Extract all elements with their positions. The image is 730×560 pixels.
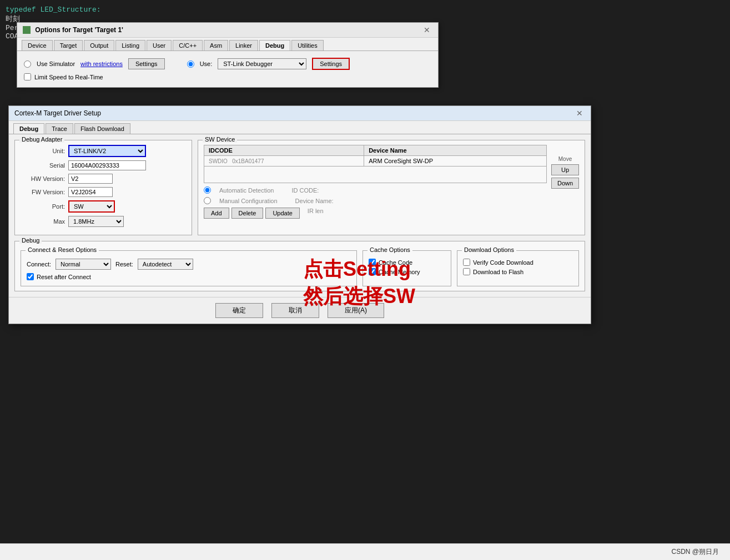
add-button[interactable]: Add [204,208,229,219]
fw-version-input[interactable] [68,187,113,197]
download-to-flash-checkbox[interactable] [463,268,470,275]
max-row: Max 1.8MHz 3.6MHz 7.2MHz [21,216,186,227]
debug-group-label: Debug [19,237,42,244]
tab-asm[interactable]: Asm [204,40,228,51]
tab-utilities[interactable]: Utilities [291,40,323,51]
col-header-device-name: Device Name [364,145,547,156]
settings-button-1[interactable]: Settings [128,58,165,69]
cache-memory-label: Cache Memory [379,269,420,275]
download-to-flash-row: Download to Flash [463,268,573,275]
cancel-button[interactable]: 取消 [271,303,319,318]
use-label: Use: [200,60,213,67]
reset-select[interactable]: Autodetect Software Hardware [138,259,193,270]
tab-linker[interactable]: Linker [229,40,258,51]
sw-table-container: IDCODE Device Name SWDIO 0x1BA01477 ARM … [204,145,547,219]
tab-cpp[interactable]: C/C++ [173,40,203,51]
options-close-button[interactable]: ✕ [421,26,432,34]
cache-options-box: Cache Options Cache Code Cache Memory [363,250,451,286]
tab-target[interactable]: Target [54,40,83,51]
cache-options-label: Cache Options [367,246,412,253]
top-section: Debug Adapter Unit: ST-LINK/V2 Serial HW [14,140,585,235]
fw-version-label: FW Version: [21,189,65,195]
sw-device-label: SW Device [203,136,237,143]
delete-button[interactable]: Delete [231,208,264,219]
use-select[interactable]: ST-Link Debugger [218,58,306,69]
sw-device-table: IDCODE Device Name SWDIO 0x1BA01477 ARM … [204,145,547,183]
cortex-title-bar: Cortex-M Target Driver Setup ✕ [9,106,591,121]
down-button[interactable]: Down [551,178,579,189]
verify-code-checkbox[interactable] [463,259,470,266]
update-button[interactable]: Update [265,208,299,219]
move-label: Move [558,156,572,162]
reset-after-connect-checkbox[interactable] [27,273,34,280]
limit-speed-label: Limit Speed to Real-Time [34,74,103,80]
unit-input-wrapper: ST-LINK/V2 [68,145,146,157]
connect-select[interactable]: Normal Under Reset Pre-reset [56,259,111,270]
port-select-wrapper: SW JTAG [68,200,115,213]
limit-speed-checkbox[interactable] [24,73,31,80]
cache-code-label: Cache Code [379,259,412,266]
col-header-idcode: IDCODE [204,145,364,156]
tab-debug[interactable]: Debug [259,40,290,51]
simulator-label: Use Simulator [37,60,75,67]
bottom-bar: CSDN @朔日月 [0,543,730,560]
verify-code-row: Verify Code Download [463,259,573,266]
radio-auto-detection[interactable] [204,186,211,194]
cortex-tabs: Debug Trace Flash Download [9,121,591,134]
detection-row: Automatic Detection ID CODE: [204,186,547,194]
settings-button-2[interactable]: Settings [312,58,350,70]
cortex-dialog: Cortex-M Target Driver Setup ✕ Debug Tra… [8,105,591,324]
cache-code-checkbox[interactable] [369,259,376,266]
max-select[interactable]: 1.8MHz 3.6MHz 7.2MHz [68,216,124,227]
table-row-empty [204,167,547,183]
options-tabs: Device Target Output Listing User C/C++ … [17,38,438,51]
radio-use[interactable] [187,60,194,68]
download-to-flash-label: Download to Flash [473,269,523,275]
connect-reset-box: Connect & Reset Options Connect: Normal … [21,250,357,286]
reset-after-connect-label: Reset after Connect [37,274,91,280]
tab-device[interactable]: Device [22,40,53,51]
manual-config-row: Manual Configuration Device Name: [204,197,547,204]
confirm-button[interactable]: 确定 [215,303,263,318]
cortex-close-button[interactable]: ✕ [574,109,585,118]
tab-cortex-flash[interactable]: Flash Download [74,123,130,134]
port-select[interactable]: SW JTAG [69,201,114,211]
tab-user[interactable]: User [147,40,172,51]
tab-listing[interactable]: Listing [115,40,145,51]
port-row: Port: SW JTAG [21,200,186,213]
up-button[interactable]: Up [551,164,579,175]
options-dialog: Options for Target 'Target 1' ✕ Device T… [17,22,439,88]
reset-label: Reset: [115,261,133,268]
keil-icon [23,26,31,34]
serial-input[interactable] [68,160,146,170]
debug-adapter-label: Debug Adapter [19,136,64,143]
reset-after-connect-row: Reset after Connect [27,273,351,280]
hw-version-label: HW Version: [21,175,65,182]
verify-code-label: Verify Code Download [473,259,533,266]
manual-config-label: Manual Configuration [219,198,278,204]
fw-version-row: FW Version: [21,187,186,197]
radio-manual-config[interactable] [204,197,211,204]
hw-version-input[interactable] [68,174,113,184]
unit-row: Unit: ST-LINK/V2 [21,145,186,157]
cache-memory-checkbox[interactable] [369,268,376,275]
radio-simulator[interactable] [24,60,31,68]
limit-speed-row: Limit Speed to Real-Time [24,73,431,80]
connect-row: Connect: Normal Under Reset Pre-reset Re… [27,259,351,270]
restrictions-link[interactable]: with restrictions [80,60,123,67]
options-title: Options for Target 'Target 1' [35,26,123,34]
code-line-1: typedef LED_Structure: [6,6,101,14]
tab-cortex-debug[interactable]: Debug [13,123,44,134]
connect-reset-label: Connect & Reset Options [26,246,99,253]
download-options-box: Download Options Verify Code Download Do… [457,250,579,286]
idcode-label: ID CODE: [291,187,319,194]
hw-version-row: HW Version: [21,174,186,184]
cortex-title: Cortex-M Target Driver Setup [14,109,101,117]
device-name-label: Device Name: [295,198,334,204]
tab-cortex-trace[interactable]: Trace [46,123,73,134]
unit-select[interactable]: ST-LINK/V2 [68,145,146,157]
debug-section: Debug Connect & Reset Options Connect: N… [14,241,585,291]
tab-output[interactable]: Output [84,40,114,51]
move-buttons: Move Up Down [551,145,579,219]
apply-button[interactable]: 应用(A) [328,303,384,318]
